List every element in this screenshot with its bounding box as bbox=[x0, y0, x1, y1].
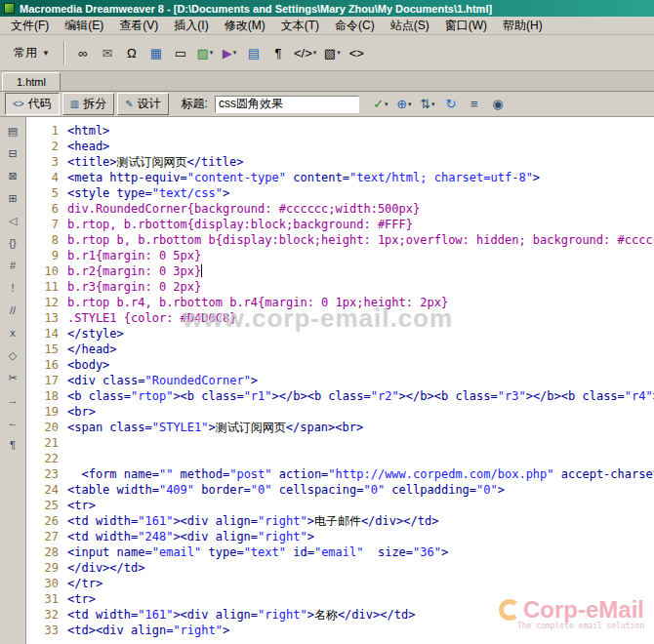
title-bar: Macromedia Dreamweaver 8 - [D:\Documents… bbox=[0, 0, 654, 17]
code-line[interactable]: <br> bbox=[67, 404, 654, 420]
line-number-gutter: 1234567891011121314151617181920212223242… bbox=[26, 123, 67, 644]
code-line[interactable]: b.rtop b, b.rbottom b{display:block;heig… bbox=[67, 232, 654, 248]
code-line[interactable]: <table width="409" border="0" cellspacin… bbox=[67, 482, 654, 498]
recent-snippets-icon[interactable]: ✂ bbox=[3, 369, 22, 386]
comment-icon[interactable]: ¶ bbox=[266, 41, 290, 64]
menu-item[interactable]: 修改(M) bbox=[217, 16, 273, 36]
code-segment: b.r2{margin: 0 3px} bbox=[67, 264, 201, 278]
code-segment: 电子邮件 bbox=[314, 514, 361, 528]
table-icon[interactable]: ▦ bbox=[144, 41, 168, 64]
code-line[interactable]: <tr> bbox=[67, 591, 654, 607]
open-documents-icon[interactable]: ▤ bbox=[3, 122, 22, 140]
menu-item[interactable]: 命令(C) bbox=[327, 16, 383, 36]
code-line[interactable]: <style type="text/css"> bbox=[67, 185, 654, 201]
code-view-button[interactable]: <> 代码 bbox=[5, 93, 60, 115]
document-tab[interactable]: 1.html bbox=[2, 72, 61, 91]
collapse-selection-icon[interactable]: ⊠ bbox=[3, 167, 22, 184]
remove-comment-icon[interactable]: x bbox=[3, 324, 22, 342]
collapse-full-tag-icon[interactable]: ⊟ bbox=[3, 144, 22, 162]
hyperlink-icon[interactable]: ∞ bbox=[71, 41, 95, 64]
document-toolbar-icons: ✓▾⊕▾⇅▾↻≡◉ bbox=[370, 95, 509, 114]
menu-item[interactable]: 查看(V) bbox=[111, 16, 166, 36]
code-line[interactable]: </div></td> bbox=[67, 560, 654, 576]
code-line[interactable]: <b class="rtop"><b class="r1"></b><b cla… bbox=[67, 388, 654, 404]
line-number: 13 bbox=[26, 310, 59, 326]
code-line[interactable]: <td width="248"><div align="right"> bbox=[67, 529, 654, 544]
line-numbers-icon[interactable]: # bbox=[3, 257, 22, 274]
menu-item[interactable]: 文本(T) bbox=[273, 16, 327, 36]
named-anchor-icon[interactable]: Ω bbox=[120, 41, 143, 64]
outdent-code-icon[interactable]: ← bbox=[3, 414, 22, 431]
code-line[interactable]: b.r2{margin: 0 3px} bbox=[67, 263, 654, 279]
menu-item[interactable]: 编辑(E) bbox=[57, 16, 111, 36]
code-line[interactable]: <head> bbox=[67, 139, 654, 154]
code-line[interactable]: <title>测试订阅网页</title> bbox=[67, 154, 654, 170]
code-line[interactable]: <input name="email" type="text" id="emai… bbox=[67, 544, 654, 560]
menu-item[interactable]: 站点(S) bbox=[383, 16, 437, 36]
code-line[interactable]: <body> bbox=[67, 357, 654, 373]
code-line[interactable] bbox=[67, 435, 654, 451]
indent-code-icon[interactable]: → bbox=[3, 391, 22, 409]
balance-braces-icon[interactable]: {} bbox=[3, 234, 22, 252]
code-line[interactable]: div.RoundedCorner{background: #cccccc;wi… bbox=[67, 201, 654, 217]
code-segment: div.RoundedCorner{background: #cccccc;wi… bbox=[67, 202, 420, 216]
tag-chooser-icon[interactable]: <> bbox=[345, 41, 368, 64]
main-area: ▤⊟⊠⊞◁{}#!//x◇✂→←¶ 1234567891011121314151… bbox=[0, 117, 654, 644]
highlight-invalid-code-icon[interactable]: ! bbox=[3, 279, 22, 297]
expand-all-icon[interactable]: ⊞ bbox=[3, 189, 22, 207]
menu-item[interactable]: 文件(F) bbox=[3, 16, 57, 36]
media-icon[interactable]: ▶▾ bbox=[218, 41, 241, 64]
date-icon[interactable]: ▤ bbox=[242, 41, 266, 64]
code-segment: "161" bbox=[138, 608, 173, 622]
code-line[interactable]: <tr> bbox=[67, 498, 654, 513]
email-link-icon[interactable]: ✉ bbox=[96, 41, 119, 64]
preview-browser-icon[interactable]: ⊕▾ bbox=[393, 95, 415, 114]
code-line[interactable]: <span class="STYLE1">测试订阅网页</span><br> bbox=[67, 420, 654, 435]
code-segment: "right" bbox=[258, 608, 307, 622]
window-title: Macromedia Dreamweaver 8 - [D:\Documents… bbox=[20, 3, 492, 15]
script-icon[interactable]: </>▾ bbox=[291, 41, 319, 64]
dropdown-arrow-icon: ▾ bbox=[337, 49, 341, 57]
templates-icon[interactable]: ▧▾ bbox=[320, 41, 344, 64]
check-page-icon[interactable]: ✓▾ bbox=[370, 95, 391, 114]
file-management-icon[interactable]: ⇅▾ bbox=[417, 95, 438, 114]
toolbar-separator bbox=[63, 41, 65, 64]
code-line[interactable]: </style> bbox=[67, 326, 654, 342]
format-source-icon[interactable]: ¶ bbox=[3, 436, 22, 454]
code-line[interactable]: <meta http-equiv="content-type" content=… bbox=[67, 170, 654, 185]
dropdown-arrow-icon: ▾ bbox=[313, 49, 317, 57]
code-line[interactable]: b.r3{margin: 0 2px} bbox=[67, 279, 654, 295]
design-view-button[interactable]: ✎ 设计 bbox=[117, 93, 168, 115]
code-segment: <html> bbox=[67, 124, 109, 138]
code-segment: ><div align= bbox=[173, 530, 258, 543]
code-line[interactable]: </head> bbox=[67, 342, 654, 357]
code-line[interactable] bbox=[67, 451, 654, 466]
menu-item[interactable]: 帮助(H) bbox=[495, 16, 551, 36]
refresh-icon[interactable]: ↻ bbox=[440, 95, 462, 114]
insert-category-dropdown[interactable]: 常用 ▼ bbox=[6, 41, 58, 65]
code-line[interactable]: <html> bbox=[67, 123, 654, 139]
select-parent-tag-icon[interactable]: ◁ bbox=[3, 212, 22, 229]
code-line[interactable]: <form name="" method="post" action="http… bbox=[67, 466, 654, 482]
code-line[interactable]: </tr> bbox=[67, 576, 654, 591]
code-line[interactable]: .STYLE1 {color: #D4D0C8} bbox=[67, 310, 654, 326]
menu-item[interactable]: 插入(I) bbox=[166, 16, 216, 36]
code-line[interactable]: b.r1{margin: 0 5px} bbox=[67, 248, 654, 263]
code-line[interactable]: <td width="161"><div align="right">电子邮件<… bbox=[67, 513, 654, 529]
code-line[interactable]: <td><div align="right"> bbox=[67, 623, 654, 638]
visual-aids-icon[interactable]: ◉ bbox=[487, 95, 509, 114]
code-segment: "content-type" bbox=[187, 171, 286, 184]
insert-div-icon[interactable]: ▭ bbox=[169, 41, 192, 64]
image-icon[interactable]: ▨▾ bbox=[193, 41, 217, 64]
code-line[interactable]: <td width="161"><div align="right">名称</d… bbox=[67, 607, 654, 623]
apply-comment-icon[interactable]: // bbox=[3, 302, 22, 319]
code-line[interactable]: <div class="RoundedCorner"> bbox=[67, 373, 654, 388]
code-content[interactable]: <html><head><title>测试订阅网页</title><meta h… bbox=[67, 123, 654, 644]
code-line[interactable]: b.rtop b.r4, b.rbottom b.r4{margin: 0 1p… bbox=[67, 295, 654, 310]
split-view-button[interactable]: ▥ 拆分 bbox=[62, 93, 114, 115]
view-options-icon[interactable]: ≡ bbox=[464, 95, 485, 114]
wrap-tag-icon[interactable]: ◇ bbox=[3, 346, 22, 364]
code-line[interactable]: b.rtop, b.rbottom{display:block;backgrou… bbox=[67, 217, 654, 232]
title-input[interactable] bbox=[215, 96, 359, 113]
menu-item[interactable]: 窗口(W) bbox=[437, 16, 495, 36]
